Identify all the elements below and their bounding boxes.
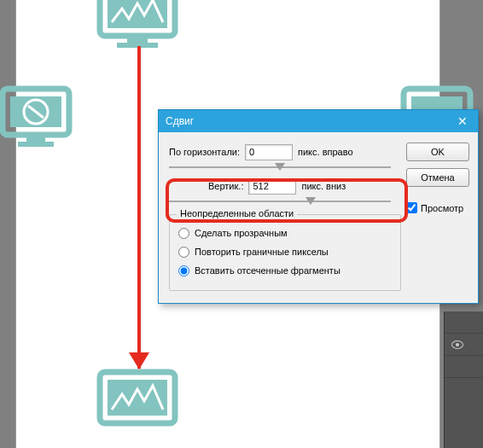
monitor-icon: [96, 369, 182, 447]
dialog-titlebar[interactable]: Сдвиг ✕: [159, 110, 478, 132]
visibility-eye-icon[interactable]: [451, 340, 463, 349]
preview-label: Просмотр: [421, 203, 463, 213]
svg-rect-6: [26, 137, 45, 142]
preview-checkbox[interactable]: [406, 202, 417, 213]
group-legend: Неопределенные области: [177, 208, 297, 218]
radio-repeat-edge[interactable]: [178, 247, 189, 258]
ok-button[interactable]: OK: [406, 143, 469, 161]
radio-label: Повторить граничные пикселы: [195, 247, 329, 257]
monitor-icon: [96, 0, 182, 51]
svg-rect-7: [18, 142, 54, 147]
slider-thumb[interactable]: [275, 163, 285, 171]
layer-row[interactable]: [445, 334, 483, 356]
undefined-areas-group: Неопределенные области Сделать прозрачны…: [169, 214, 401, 291]
offset-arrow: [137, 46, 141, 369]
horizontal-label: По горизонтали:: [169, 147, 240, 157]
offset-dialog: Сдвиг ✕ По горизонтали: пикс. вправо Вер…: [158, 109, 479, 304]
horizontal-slider[interactable]: [169, 166, 391, 168]
radio-label: Вставить отсеченные фрагменты: [195, 265, 340, 276]
horizontal-input[interactable]: [245, 144, 293, 160]
layers-panel-strip: [444, 311, 483, 448]
monitor-icon: [0, 85, 74, 160]
vertical-label: Вертик.:: [208, 181, 243, 191]
horizontal-unit: пикс. вправо: [298, 147, 353, 157]
dialog-title: Сдвиг: [166, 115, 194, 127]
radio-wrap-around[interactable]: [178, 265, 189, 276]
cancel-button[interactable]: Отмена: [406, 168, 469, 187]
radio-label: Сделать прозрачным: [195, 228, 288, 238]
vertical-input[interactable]: [248, 178, 296, 195]
vertical-slider[interactable]: [169, 201, 391, 202]
layer-row[interactable]: [445, 356, 483, 378]
svg-rect-2: [127, 38, 148, 43]
radio-transparent[interactable]: [178, 228, 189, 239]
slider-thumb[interactable]: [306, 197, 316, 205]
vertical-unit: пикс. вниз: [301, 181, 346, 191]
close-icon[interactable]: ✕: [454, 114, 471, 128]
layer-row[interactable]: [445, 311, 483, 334]
